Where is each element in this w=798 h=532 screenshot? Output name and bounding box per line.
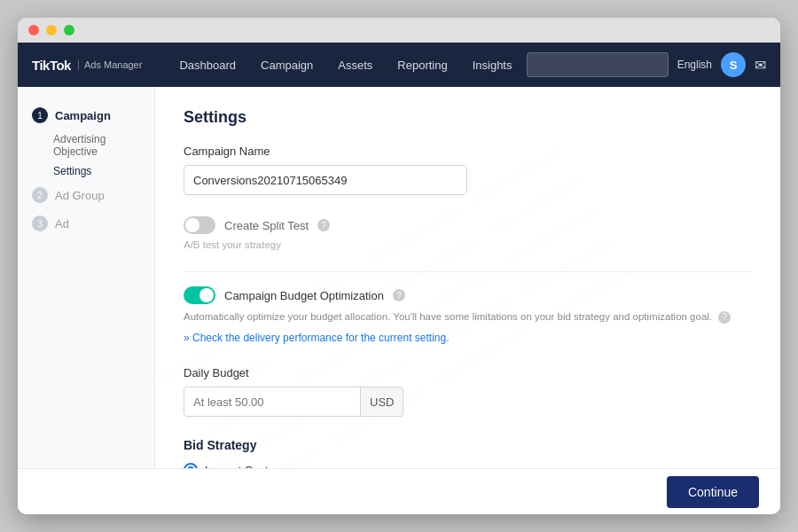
budget-input-row: USD bbox=[184, 387, 752, 417]
divider-1 bbox=[184, 271, 752, 272]
nav-right: English S ✉ bbox=[527, 52, 766, 77]
daily-budget-label: Daily Budget bbox=[184, 366, 752, 379]
daily-budget-input[interactable] bbox=[184, 387, 361, 417]
campaign-name-label: Campaign Name bbox=[184, 145, 752, 158]
sidebar-label-ad-group: Ad Group bbox=[55, 189, 105, 202]
nav-campaign[interactable]: Campaign bbox=[248, 43, 325, 87]
sidebar-label-campaign: Campaign bbox=[55, 109, 111, 122]
cbo-section: Campaign Budget Optimization ? Automatic… bbox=[184, 286, 752, 345]
cbo-toggle[interactable] bbox=[184, 286, 215, 304]
sidebar-item-ad-group[interactable]: 2 Ad Group bbox=[18, 181, 154, 209]
ads-manager-label: Ads Manager bbox=[78, 59, 142, 70]
split-test-info-icon[interactable]: ? bbox=[317, 219, 330, 231]
sidebar-label-ad: Ad bbox=[55, 217, 69, 231]
nav-reporting[interactable]: Reporting bbox=[385, 43, 459, 87]
nav-insights[interactable]: Insights bbox=[460, 43, 525, 87]
content-inner: Settings Campaign Name Create Split Test… bbox=[184, 108, 752, 468]
title-bar bbox=[18, 18, 780, 43]
radio-inner bbox=[187, 466, 194, 468]
split-test-row: Create Split Test ? bbox=[184, 216, 752, 234]
step-num-2: 2 bbox=[32, 187, 48, 203]
campaign-name-section: Campaign Name bbox=[184, 145, 752, 195]
sidebar-sub-settings[interactable]: Settings bbox=[18, 161, 154, 181]
sidebar: 1 Campaign Advertising Objective Setting… bbox=[18, 87, 155, 468]
lowest-cost-radio[interactable] bbox=[184, 463, 198, 468]
currency-label: USD bbox=[361, 387, 403, 417]
sidebar-item-campaign[interactable]: 1 Campaign bbox=[18, 101, 154, 129]
step-num-3: 3 bbox=[32, 215, 48, 231]
lowest-cost-label: Lowest Cost bbox=[205, 464, 269, 468]
daily-budget-section: Daily Budget USD bbox=[184, 366, 752, 417]
cbo-desc-info-icon[interactable]: ? bbox=[718, 311, 731, 324]
ab-test-label: A/B test your strategy bbox=[184, 239, 752, 250]
language-selector[interactable]: English bbox=[677, 59, 712, 71]
page-title: Settings bbox=[184, 108, 752, 127]
lowest-cost-radio-row: Lowest Cost bbox=[184, 463, 752, 468]
content-area: TikTok Ads Manager TikTok Ads Manager Ti… bbox=[155, 87, 780, 468]
continue-button[interactable]: Continue bbox=[667, 476, 759, 508]
nav-assets[interactable]: Assets bbox=[325, 43, 385, 87]
campaign-name-input[interactable] bbox=[184, 165, 467, 195]
cbo-label: Campaign Budget Optimization bbox=[224, 289, 384, 302]
mail-icon[interactable]: ✉ bbox=[755, 57, 766, 74]
split-test-toggle[interactable] bbox=[184, 216, 215, 234]
brand: TikTok Ads Manager bbox=[32, 58, 142, 73]
nav-dashboard[interactable]: Dashboard bbox=[167, 43, 248, 87]
cbo-delivery-link[interactable]: Check the delivery performance for the c… bbox=[184, 332, 450, 344]
tiktok-logo: TikTok bbox=[32, 58, 71, 73]
maximize-button[interactable] bbox=[64, 25, 74, 35]
nav-search-input[interactable] bbox=[527, 52, 669, 77]
bid-strategy-section: Bid Strategy Lowest Cost Get the maximum… bbox=[184, 438, 752, 468]
sidebar-item-ad[interactable]: 3 Ad bbox=[18, 209, 154, 238]
cbo-row: Campaign Budget Optimization ? bbox=[184, 286, 752, 304]
cbo-description: Automatically optimize your budget alloc… bbox=[184, 309, 752, 324]
minimize-button[interactable] bbox=[46, 25, 57, 35]
split-test-section: Create Split Test ? A/B test your strate… bbox=[184, 216, 752, 250]
step-num-1: 1 bbox=[32, 107, 48, 123]
footer: Continue bbox=[18, 468, 780, 514]
main-layout: 1 Campaign Advertising Objective Setting… bbox=[18, 87, 780, 468]
bid-strategy-title: Bid Strategy bbox=[184, 438, 752, 452]
nav-links: Dashboard Campaign Assets Reporting Insi… bbox=[167, 43, 526, 87]
split-test-label: Create Split Test bbox=[224, 219, 309, 232]
close-button[interactable] bbox=[28, 25, 39, 35]
app-window: TikTok Ads Manager Dashboard Campaign As… bbox=[18, 18, 780, 514]
sidebar-sub-advertising-objective[interactable]: Advertising Objective bbox=[18, 129, 154, 161]
navbar: TikTok Ads Manager Dashboard Campaign As… bbox=[18, 43, 780, 87]
avatar[interactable]: S bbox=[721, 52, 746, 77]
cbo-info-icon[interactable]: ? bbox=[393, 289, 405, 301]
